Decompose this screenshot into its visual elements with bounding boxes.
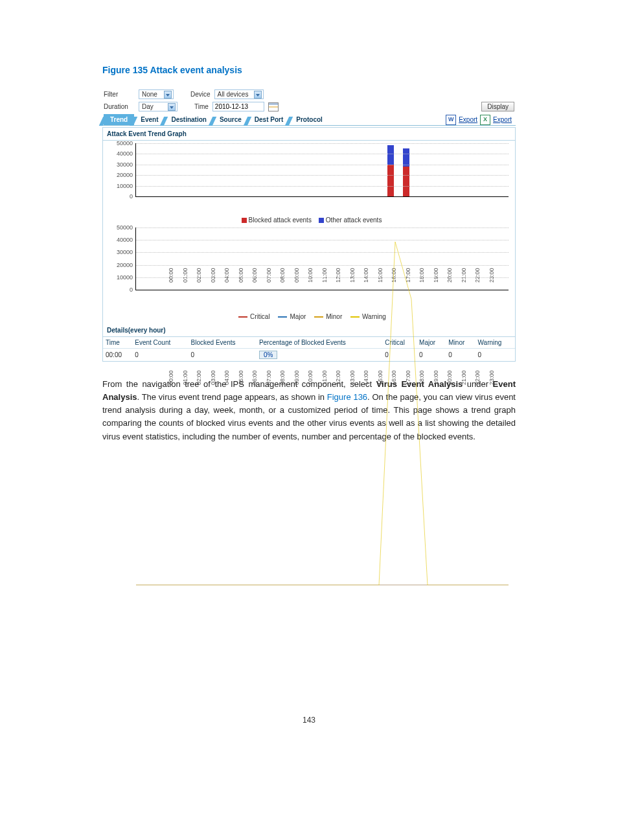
- hdr-time: Time: [103, 337, 132, 349]
- tab-destination[interactable]: Destination: [165, 114, 212, 125]
- line-plot: [135, 228, 509, 290]
- chart-panel: Attack Event Trend Graph 010000200003000…: [102, 127, 516, 362]
- figure-title: Figure 135 Attack event analysis: [102, 65, 516, 75]
- tabs-row: Trend Event Destination Source Dest Port…: [102, 114, 516, 126]
- tab-protocol[interactable]: Protocol: [290, 114, 329, 125]
- device-value: All devices: [218, 91, 249, 98]
- bar-plot: [135, 143, 509, 197]
- duration-select[interactable]: Day: [139, 102, 177, 111]
- page-number: 143: [102, 716, 516, 725]
- filter-label: Filter: [104, 91, 135, 98]
- calendar-icon[interactable]: [268, 102, 279, 111]
- time-label: Time: [194, 103, 209, 110]
- word-icon: W: [446, 115, 456, 125]
- duration-value: Day: [142, 103, 154, 110]
- lines-svg: [136, 228, 509, 585]
- bars-layer: [136, 143, 509, 196]
- time-input[interactable]: [212, 102, 264, 111]
- excel-icon: X: [480, 115, 490, 125]
- filter-row-1: Filter None Device All devices: [102, 88, 516, 100]
- screenshot-panel: Filter None Device All devices Duration …: [102, 88, 516, 362]
- filter-select[interactable]: None: [139, 89, 174, 99]
- device-select[interactable]: All devices: [214, 89, 264, 99]
- line-x-labels: 00:0001:0002:0003:0004:0005:0006:0007:00…: [168, 359, 502, 385]
- duration-label: Duration: [104, 103, 135, 110]
- export-word-link[interactable]: Export: [459, 116, 477, 123]
- export-excel-link[interactable]: Export: [493, 116, 512, 123]
- display-button[interactable]: Display: [481, 102, 514, 111]
- panel-title: Attack Event Trend Graph: [103, 128, 515, 141]
- filter-value: None: [142, 91, 157, 98]
- cell-time: 00:00: [103, 349, 132, 362]
- bar-chart: 01000020000300004000050000 00:0001:0002:…: [103, 141, 515, 215]
- filter-row-2: Duration Day Time Display: [102, 100, 516, 113]
- bar-y-axis: 01000020000300004000050000: [103, 141, 134, 202]
- tab-destport[interactable]: Dest Port: [248, 114, 290, 125]
- line-y-axis: 01000020000300004000050000: [103, 228, 134, 299]
- device-label: Device: [190, 91, 211, 98]
- line-chart: 01000020000300004000050000 00:0001:0002:…: [103, 228, 515, 312]
- tab-source[interactable]: Source: [213, 114, 248, 125]
